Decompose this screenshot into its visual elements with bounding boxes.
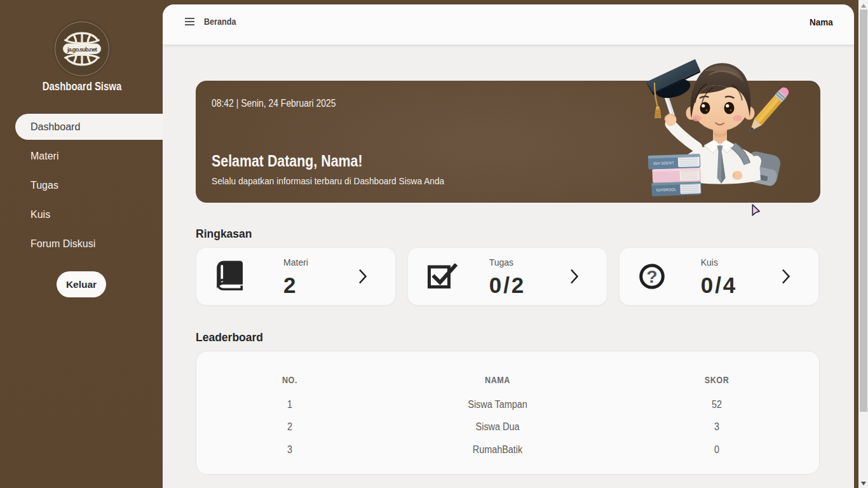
svg-text:?: ? <box>646 267 657 287</box>
svg-text:IGH SDENT: IGH SDENT <box>653 161 674 165</box>
svg-text:IGHSROOL: IGHSROOL <box>656 187 677 192</box>
svg-text:ja.go.sub.net: ja.go.sub.net <box>67 46 98 53</box>
